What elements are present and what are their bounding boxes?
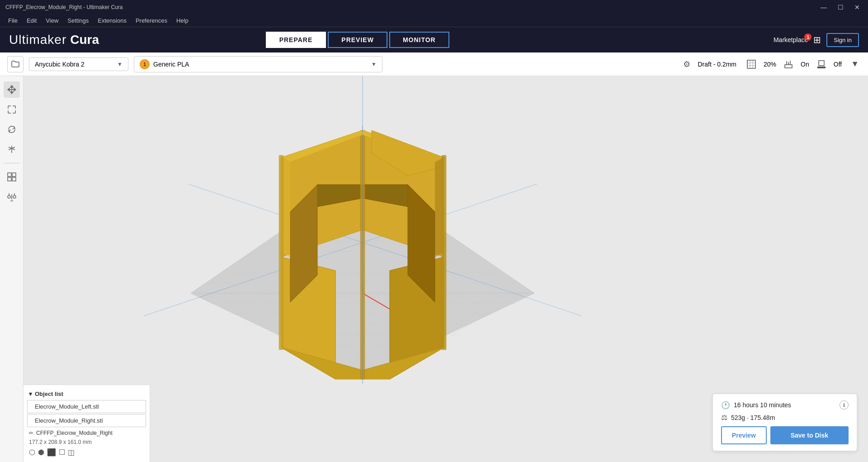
top-right: Marketplace 1 ⊞ Sign in bbox=[774, 33, 859, 47]
adhesion-value: Off bbox=[834, 61, 842, 68]
grid-icon[interactable]: ⊞ bbox=[813, 34, 821, 45]
info-button[interactable]: ℹ bbox=[840, 400, 849, 410]
obj-icon-4[interactable]: ☐ bbox=[59, 448, 65, 457]
svg-rect-6 bbox=[8, 177, 11, 181]
list-item-left[interactable]: Elecrow_Module_Left.stl bbox=[27, 400, 146, 413]
object-list-title: Object list bbox=[35, 391, 63, 397]
top-nav: PREPARE PREVIEW MONITOR bbox=[266, 32, 449, 48]
svg-rect-0 bbox=[747, 60, 755, 68]
menu-settings[interactable]: Settings bbox=[63, 15, 93, 26]
nav-prepare[interactable]: PREPARE bbox=[266, 32, 326, 48]
marketplace-label: Marketplace bbox=[774, 36, 808, 43]
menu-edit[interactable]: Edit bbox=[22, 15, 41, 26]
tool-scale[interactable] bbox=[4, 101, 20, 118]
menu-view[interactable]: View bbox=[41, 15, 63, 26]
adhesion-icon bbox=[816, 59, 826, 69]
tool-rotate[interactable] bbox=[4, 121, 20, 138]
infill-value: 20% bbox=[764, 61, 776, 68]
print-actions: Preview Save to Disk bbox=[721, 426, 849, 444]
object-list-panel: ▾ Object list Elecrow_Module_Left.stl El… bbox=[24, 385, 150, 462]
preview-button[interactable]: Preview bbox=[721, 426, 767, 444]
print-weight: 523g · 175.48m bbox=[731, 414, 775, 421]
left-sidebar bbox=[0, 76, 24, 462]
weight-icon: ⚖ bbox=[721, 413, 727, 422]
menu-preferences[interactable]: Preferences bbox=[131, 15, 172, 26]
svg-rect-1 bbox=[785, 65, 792, 68]
logo-ultimaker: Ultimaker bbox=[9, 33, 66, 47]
edit-icon[interactable]: ✏ bbox=[29, 430, 33, 436]
svg-point-9 bbox=[13, 195, 16, 198]
print-info-panel: 🕐 16 hours 10 minutes ℹ ⚖ 523g · 175.48m… bbox=[712, 394, 857, 451]
material-extruder-badge: 1 bbox=[140, 59, 150, 69]
tool-split[interactable] bbox=[4, 169, 20, 185]
profile-selector[interactable]: Draft - 0.2mm bbox=[694, 59, 743, 70]
object-action-icons: ⬡ ⬢ ⬛ ☐ ◫ bbox=[24, 446, 150, 458]
app-logo: Ultimaker Cura bbox=[9, 33, 99, 47]
settings-group: ⚙ Draft - 0.2mm 20% On Off ▼ bbox=[683, 57, 861, 71]
menu-bar: File Edit View Settings Extensions Prefe… bbox=[0, 14, 868, 27]
svg-rect-4 bbox=[8, 173, 11, 176]
svg-rect-69 bbox=[442, 155, 446, 350]
obj-icon-2[interactable]: ⬢ bbox=[38, 448, 44, 457]
printer-selector[interactable]: Anycubic Kobra 2 ▼ bbox=[29, 57, 128, 71]
support-value: On bbox=[801, 61, 809, 68]
tool-move[interactable] bbox=[4, 81, 20, 98]
mirror-icon bbox=[7, 144, 17, 154]
open-file-button[interactable] bbox=[7, 56, 24, 72]
nav-monitor[interactable]: MONITOR bbox=[389, 32, 449, 48]
printer-name: Anycubic Kobra 2 bbox=[35, 61, 85, 68]
window-controls: — ☐ ✕ bbox=[818, 3, 863, 12]
svg-rect-2 bbox=[817, 67, 826, 68]
list-item-right[interactable]: Elecrow_Module_Right.stl bbox=[27, 414, 146, 427]
settings-expand-button[interactable]: ▼ bbox=[849, 57, 861, 71]
menu-file[interactable]: File bbox=[4, 15, 22, 26]
object-list-header[interactable]: ▾ Object list bbox=[24, 389, 150, 399]
svg-rect-68 bbox=[279, 155, 283, 350]
svg-rect-5 bbox=[12, 173, 16, 176]
material-selector[interactable]: 1 Generic PLA ▼ bbox=[134, 56, 382, 72]
rotate-icon bbox=[7, 124, 17, 134]
obj-icon-5[interactable]: ◫ bbox=[68, 448, 75, 457]
scale-icon bbox=[7, 105, 17, 114]
svg-point-8 bbox=[8, 195, 10, 198]
folder-icon bbox=[11, 60, 20, 69]
print-time: 16 hours 10 minutes bbox=[734, 401, 791, 409]
support-selector[interactable]: On bbox=[797, 59, 813, 70]
material-name: Generic PLA bbox=[153, 61, 189, 68]
marketplace-button[interactable]: Marketplace 1 bbox=[774, 36, 808, 43]
object-list-collapse-icon: ▾ bbox=[29, 391, 32, 397]
svg-rect-7 bbox=[12, 177, 16, 181]
active-object-name: CFFFP_Elecrow_Module_Right bbox=[36, 430, 113, 436]
split-icon bbox=[7, 172, 17, 182]
top-bar: Ultimaker Cura PREPARE PREVIEW MONITOR M… bbox=[0, 27, 868, 52]
tool-mirror[interactable] bbox=[4, 141, 20, 157]
signin-button[interactable]: Sign in bbox=[826, 33, 859, 47]
tool-support[interactable] bbox=[4, 189, 20, 205]
material-dropdown-arrow: ▼ bbox=[371, 61, 377, 67]
menu-help[interactable]: Help bbox=[172, 15, 193, 26]
dimensions-display: 177.2 x 208.9 x 161.0 mm bbox=[24, 438, 150, 446]
save-to-disk-button[interactable]: Save to Disk bbox=[770, 426, 849, 444]
print-weight-row: ⚖ 523g · 175.48m bbox=[721, 413, 849, 422]
clock-icon: 🕐 bbox=[721, 401, 730, 410]
active-object-row: ✏ CFFFP_Elecrow_Module_Right bbox=[24, 428, 150, 438]
profile-name: Draft - 0.2mm bbox=[698, 61, 736, 68]
infill-selector[interactable]: 20% bbox=[760, 59, 780, 70]
support-icon bbox=[783, 59, 793, 69]
close-button[interactable]: ✕ bbox=[852, 3, 863, 12]
print-time-row: 🕐 16 hours 10 minutes ℹ bbox=[721, 400, 849, 410]
obj-icon-3[interactable]: ⬛ bbox=[47, 448, 56, 457]
menu-extensions[interactable]: Extensions bbox=[93, 15, 131, 26]
svg-rect-3 bbox=[819, 61, 824, 66]
maximize-button[interactable]: ☐ bbox=[835, 3, 846, 12]
move-icon bbox=[7, 85, 17, 95]
printer-dropdown-arrow: ▼ bbox=[117, 61, 123, 67]
minimize-button[interactable]: — bbox=[818, 3, 830, 12]
marketplace-badge: 1 bbox=[804, 33, 811, 41]
obj-icon-1[interactable]: ⬡ bbox=[29, 448, 35, 457]
logo-cura: Cura bbox=[70, 33, 99, 47]
adhesion-selector[interactable]: Off bbox=[830, 59, 845, 70]
title-bar: CFFFP_Elecrow_Module_Right - Ultimaker C… bbox=[0, 0, 868, 14]
nav-preview[interactable]: PREVIEW bbox=[328, 32, 387, 48]
window-title: CFFFP_Elecrow_Module_Right - Ultimaker C… bbox=[5, 4, 818, 10]
